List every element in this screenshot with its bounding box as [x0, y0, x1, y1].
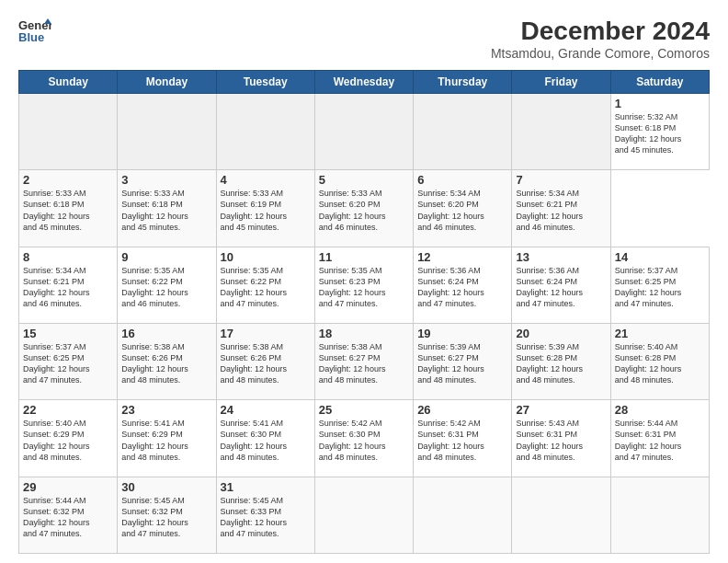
day-27: 27 Sunrise: 5:43 AMSunset: 6:31 PMDaylig… — [512, 400, 610, 477]
header: General Blue December 2024 Mtsamdou, Gra… — [18, 17, 710, 61]
day-10: 10 Sunrise: 5:35 AMSunset: 6:22 PMDaylig… — [216, 247, 314, 323]
day-19: 19 Sunrise: 5:39 AMSunset: 6:27 PMDaylig… — [414, 323, 512, 399]
week-row-4: 15 Sunrise: 5:37 AMSunset: 6:25 PMDaylig… — [19, 323, 710, 399]
day-30: 30 Sunrise: 5:45 AMSunset: 6:32 PMDaylig… — [118, 477, 216, 553]
day-25: 25 Sunrise: 5:42 AMSunset: 6:30 PMDaylig… — [314, 400, 413, 477]
day-26: 26 Sunrise: 5:42 AMSunset: 6:31 PMDaylig… — [414, 400, 512, 477]
subtitle: Mtsamdou, Grande Comore, Comoros — [491, 46, 710, 61]
empty-cell — [314, 477, 413, 553]
col-saturday: Saturday — [610, 71, 709, 94]
col-friday: Friday — [512, 71, 610, 94]
empty-cell — [314, 94, 413, 170]
day-9: 9 Sunrise: 5:35 AMSunset: 6:22 PMDayligh… — [118, 247, 216, 323]
day-3: 3 Sunrise: 5:33 AMSunset: 6:18 PMDayligh… — [118, 170, 216, 247]
day-1: 1 Sunrise: 5:32 AMSunset: 6:18 PMDayligh… — [610, 94, 709, 170]
page: General Blue December 2024 Mtsamdou, Gra… — [0, 0, 728, 563]
day-13: 13 Sunrise: 5:36 AMSunset: 6:24 PMDaylig… — [512, 247, 610, 323]
day-28: 28 Sunrise: 5:44 AMSunset: 6:31 PMDaylig… — [610, 400, 709, 477]
day-29: 29 Sunrise: 5:44 AMSunset: 6:32 PMDaylig… — [19, 477, 118, 553]
day-22: 22 Sunrise: 5:40 AMSunset: 6:29 PMDaylig… — [19, 400, 118, 477]
col-monday: Monday — [118, 71, 216, 94]
title-section: December 2024 Mtsamdou, Grande Comore, C… — [491, 17, 710, 61]
col-tuesday: Tuesday — [216, 71, 314, 94]
col-thursday: Thursday — [414, 71, 512, 94]
logo-icon: General Blue — [18, 17, 51, 44]
calendar-header-row: Sunday Monday Tuesday Wednesday Thursday… — [19, 71, 710, 94]
col-wednesday: Wednesday — [314, 71, 413, 94]
empty-cell — [512, 477, 610, 553]
day-5: 5 Sunrise: 5:33 AMSunset: 6:20 PMDayligh… — [314, 170, 413, 247]
day-31: 31 Sunrise: 5:45 AMSunset: 6:33 PMDaylig… — [216, 477, 314, 553]
col-sunday: Sunday — [19, 71, 118, 94]
day-23: 23 Sunrise: 5:41 AMSunset: 6:29 PMDaylig… — [118, 400, 216, 477]
empty-cell — [414, 477, 512, 553]
week-row-1: 1 Sunrise: 5:32 AMSunset: 6:18 PMDayligh… — [19, 94, 710, 170]
week-row-3: 8 Sunrise: 5:34 AMSunset: 6:21 PMDayligh… — [19, 247, 710, 323]
week-row-2: 2 Sunrise: 5:33 AMSunset: 6:18 PMDayligh… — [19, 170, 710, 247]
day-15: 15 Sunrise: 5:37 AMSunset: 6:25 PMDaylig… — [19, 323, 118, 399]
day-8: 8 Sunrise: 5:34 AMSunset: 6:21 PMDayligh… — [19, 247, 118, 323]
empty-cell — [216, 94, 314, 170]
day-20: 20 Sunrise: 5:39 AMSunset: 6:28 PMDaylig… — [512, 323, 610, 399]
day-7: 7 Sunrise: 5:34 AMSunset: 6:21 PMDayligh… — [512, 170, 610, 247]
day-11: 11 Sunrise: 5:35 AMSunset: 6:23 PMDaylig… — [314, 247, 413, 323]
svg-text:Blue: Blue — [18, 30, 44, 44]
day-24: 24 Sunrise: 5:41 AMSunset: 6:30 PMDaylig… — [216, 400, 314, 477]
day-2: 2 Sunrise: 5:33 AMSunset: 6:18 PMDayligh… — [19, 170, 118, 247]
empty-cell — [610, 477, 709, 553]
logo: General Blue — [18, 17, 51, 44]
day-16: 16 Sunrise: 5:38 AMSunset: 6:26 PMDaylig… — [118, 323, 216, 399]
empty-cell — [118, 94, 216, 170]
day-21: 21 Sunrise: 5:40 AMSunset: 6:28 PMDaylig… — [610, 323, 709, 399]
day-17: 17 Sunrise: 5:38 AMSunset: 6:26 PMDaylig… — [216, 323, 314, 399]
main-title: December 2024 — [491, 17, 710, 46]
day-18: 18 Sunrise: 5:38 AMSunset: 6:27 PMDaylig… — [314, 323, 413, 399]
calendar: Sunday Monday Tuesday Wednesday Thursday… — [18, 70, 710, 554]
day-6: 6 Sunrise: 5:34 AMSunset: 6:20 PMDayligh… — [414, 170, 512, 247]
day-14: 14 Sunrise: 5:37 AMSunset: 6:25 PMDaylig… — [610, 247, 709, 323]
week-row-5: 22 Sunrise: 5:40 AMSunset: 6:29 PMDaylig… — [19, 400, 710, 477]
empty-cell — [19, 94, 118, 170]
day-4: 4 Sunrise: 5:33 AMSunset: 6:19 PMDayligh… — [216, 170, 314, 247]
day-12: 12 Sunrise: 5:36 AMSunset: 6:24 PMDaylig… — [414, 247, 512, 323]
empty-cell — [512, 94, 610, 170]
week-row-6: 29 Sunrise: 5:44 AMSunset: 6:32 PMDaylig… — [19, 477, 710, 553]
empty-cell — [414, 94, 512, 170]
